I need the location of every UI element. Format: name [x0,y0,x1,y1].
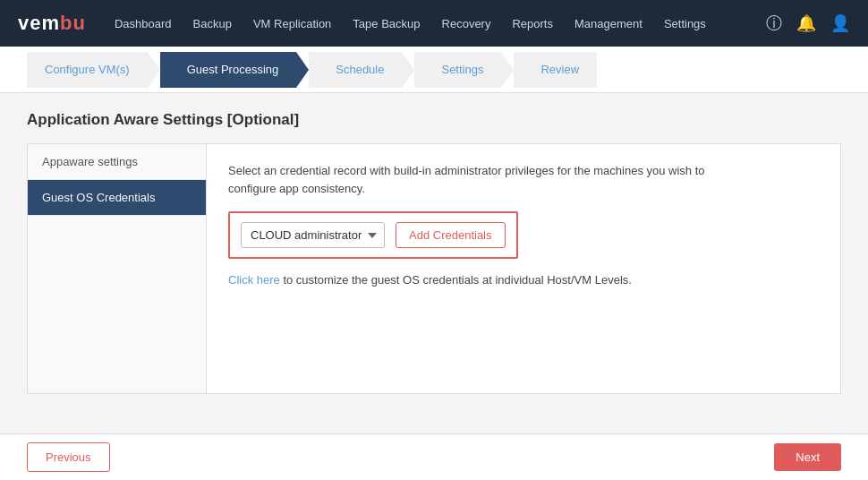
content-box: Appaware settings Guest OS Credentials S… [27,143,841,394]
click-here-text: Click here to customize the guest OS cre… [228,271,819,289]
credential-select[interactable]: CLOUD administrator [241,222,385,248]
nav-icon-group: ⓘ 🔔 👤 [766,13,850,34]
footer: Previous Next [0,433,868,480]
sidebar-menu: Appaware settings Guest OS Credentials [28,144,207,393]
page-title: Application Aware Settings [Optional] [27,111,841,129]
step-guest-processing[interactable]: Guest Processing [160,52,297,88]
steps-bar: Configure VM(s) Guest Processing Schedul… [0,47,868,93]
nav-recovery[interactable]: Recovery [440,13,493,34]
sidebar-guest-os-credentials[interactable]: Guest OS Credentials [28,180,206,216]
content-description: Select an credential record with build-i… [228,162,747,197]
nav-reports[interactable]: Reports [510,13,555,34]
nav-management[interactable]: Management [573,13,644,34]
after-click-text: to customize the guest OS credentials at… [280,273,632,287]
nav-backup[interactable]: Backup [191,13,234,34]
nav-links: Dashboard Backup VM Replication Tape Bac… [113,13,766,34]
bell-icon[interactable]: 🔔 [796,13,816,33]
sidebar-appaware-settings[interactable]: Appaware settings [28,144,206,180]
credential-row: CLOUD administrator Add Credentials [228,211,518,259]
step-configure-vms[interactable]: Configure VM(s) [27,52,148,88]
logo: vembu [18,12,86,35]
add-credentials-button[interactable]: Add Credentials [396,222,506,248]
user-icon[interactable]: 👤 [830,13,850,33]
step-settings[interactable]: Settings [414,52,501,88]
nav-settings[interactable]: Settings [662,13,708,34]
previous-button[interactable]: Previous [27,442,110,472]
main-content: Application Aware Settings [Optional] Ap… [0,93,868,433]
nav-vm-replication[interactable]: VM Replication [251,13,333,34]
nav-tape-backup[interactable]: Tape Backup [351,13,421,34]
content-panel: Select an credential record with build-i… [207,144,840,393]
help-icon[interactable]: ⓘ [766,13,782,34]
click-here-link[interactable]: Click here [228,273,280,287]
step-schedule[interactable]: Schedule [309,52,402,88]
navbar: vembu Dashboard Backup VM Replication Ta… [0,0,868,47]
nav-dashboard[interactable]: Dashboard [113,13,174,34]
step-review[interactable]: Review [514,52,597,88]
next-button[interactable]: Next [774,443,841,471]
